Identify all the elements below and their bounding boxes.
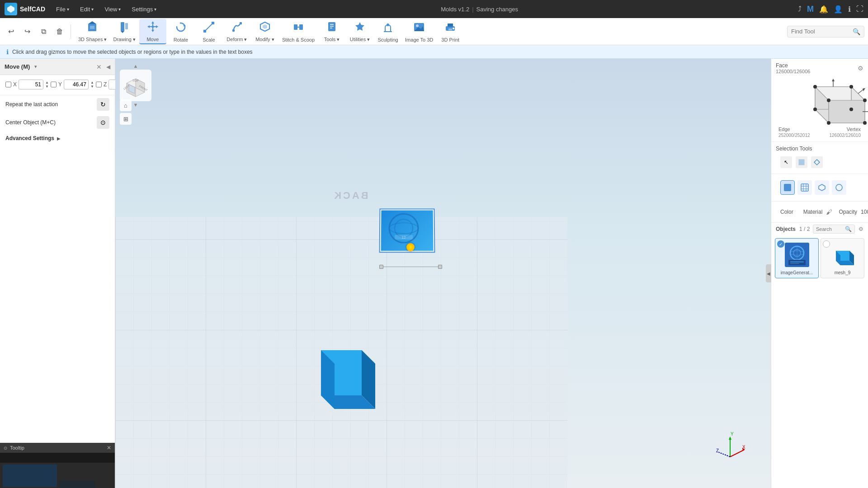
move-gizmo[interactable] [406,243,415,251]
undo-button[interactable]: ↩ [4,24,18,39]
gizmo-handle-right[interactable] [438,265,442,269]
svg-rect-25 [328,22,335,31]
right-panel-collapse-button[interactable]: ◀ [766,264,771,282]
find-tool-input[interactable] [791,28,850,35]
tool-stitchscoop[interactable]: Stitch & Scoop [279,19,317,44]
tool-rotate[interactable]: Rotate [167,19,194,44]
x-stepper[interactable]: ▲▼ [45,81,49,89]
nav-up-arrow[interactable]: ▲ [133,63,138,69]
viewport[interactable]: ▲ TOP LEFT FRONT [115,59,771,488]
tool-scale-label: Scale [203,37,215,42]
svg-rect-4 [121,22,124,31]
copy-button[interactable]: ⧉ [36,24,51,39]
opacity-label: Opacity [839,209,857,215]
menu-edit[interactable]: Edit ▾ [75,4,98,14]
menu-view[interactable]: View ▾ [100,4,125,14]
viewport-grid-button[interactable]: ⊞ [120,113,132,125]
object-mesh9[interactable]: ○ mesh_9 [821,238,864,278]
menu-bar: SelfCAD File ▾ Edit ▾ View ▾ Settings ▾ … [0,0,868,18]
center-object-label: Center Object (M+C) [5,119,56,126]
m-icon[interactable]: M [807,5,814,14]
tool-move[interactable]: Move [139,19,166,44]
svg-marker-12 [156,25,158,28]
y-stepper[interactable]: ▲▼ [90,81,94,89]
nav-down-arrow[interactable]: ▼ [133,102,138,108]
mode-section [771,174,868,202]
tool-utilities[interactable]: Utilities ▾ [346,19,373,44]
material-brush-icon[interactable]: 🖌 [826,208,832,216]
tool-imageto3d[interactable]: Image To 3D [402,19,436,44]
tool-drawing[interactable]: Drawing ▾ [110,19,138,44]
select-edge-button[interactable] [811,156,823,168]
redo-button[interactable]: ↪ [20,24,34,39]
mode-solid-button[interactable] [780,180,795,195]
object-mesh9-checkbox[interactable]: ○ [823,240,830,248]
blue-box-object[interactable] [307,337,375,411]
nav-cube[interactable]: TOP LEFT FRONT [120,70,151,101]
advanced-settings-row[interactable]: Advanced Settings ▶ [0,131,115,145]
panel-collapse-arrow[interactable]: ◀ [106,64,110,70]
y-input[interactable] [64,80,89,89]
svg-point-51 [389,223,418,234]
svg-text:Z: Z [716,448,719,453]
objects-gear-button[interactable]: ⚙ [859,226,863,232]
tool-deform[interactable]: Deform ▾ [223,19,250,44]
face-label: Face [776,62,810,69]
svg-line-61 [719,452,730,457]
svg-marker-0 [7,5,14,13]
tool-sculpting[interactable]: Sculpting [374,19,401,44]
delete-button[interactable]: 🗑 [52,24,67,39]
face-count: 126000/126006 [776,69,810,74]
scale-icon [203,21,215,36]
mode-circle-button[interactable] [832,180,846,195]
viewport-home-button[interactable]: ⌂ [120,99,132,111]
color-label: Color [780,209,793,215]
find-search-icon[interactable]: 🔍 [853,28,860,35]
info-icon[interactable]: ℹ [848,5,851,14]
material-label: Material [803,209,823,215]
y-label: Y [58,81,62,88]
select-arrow-button[interactable]: ↖ [780,156,792,168]
center-object-row: Center Object (M+C) ⊙ [0,113,115,131]
object-imagegenerat-checkbox[interactable]: ✓ [777,240,784,248]
panel-header: Move (M) ▾ ✕ ◀ [0,59,115,75]
menu-settings[interactable]: Settings ▾ [127,4,161,14]
panel-close-button[interactable]: ✕ [96,63,102,70]
svg-point-30 [387,23,389,26]
tool-scale[interactable]: Scale [195,19,222,44]
tool-3dshapes[interactable]: 3D Shapes ▾ [75,19,109,44]
center-object-button[interactable]: ⊙ [97,116,109,129]
y-coord-checkbox[interactable] [51,81,57,88]
info-bar: ℹ Click and drag gizmos to move the sele… [0,45,868,59]
document-title: Molds v1.2 [441,6,469,13]
3dprint-icon [444,21,457,36]
panel-dropdown-arrow[interactable]: ▾ [34,64,37,70]
notification-icon[interactable]: 🔔 [819,5,828,14]
repeat-action-label: Repeat the last action [5,101,58,108]
object-imagegenerat[interactable]: ✓ imageGenerat... [775,238,819,278]
fullscreen-icon[interactable]: ⛶ [856,5,863,13]
menu-file[interactable]: File ▾ [52,4,74,14]
x-coord-checkbox[interactable] [5,81,11,88]
tool-imageto3d-label: Image To 3D [405,37,433,42]
tool-modify[interactable]: Modify ▾ [251,19,278,44]
select-face-button[interactable] [796,156,807,168]
mode-box-button[interactable] [815,180,829,195]
face-gear-button[interactable]: ⚙ [858,65,863,72]
tool-tools[interactable]: Tools ▾ [318,19,345,44]
account-icon[interactable]: 👤 [834,5,843,14]
video-player-close-button[interactable]: ✕ [107,445,111,451]
tool-rotate-label: Rotate [174,37,188,42]
video-thumbnail[interactable]: Video Player [0,453,115,488]
tool-3dprint[interactable]: 3D Print [437,19,464,44]
share-icon[interactable]: ⤴ [798,5,802,13]
object-mesh9-name: mesh_9 [835,270,851,275]
tool-drawing-label: Drawing ▾ [113,37,135,42]
gizmo-handle-left[interactable] [379,265,383,269]
objects-search-input[interactable] [816,226,843,232]
objects-search-icon[interactable]: 🔍 [845,226,852,232]
mode-wireframe-button[interactable] [797,180,812,195]
repeat-action-button[interactable]: ↻ [97,98,109,111]
z-coord-checkbox[interactable] [96,81,102,88]
x-input[interactable] [19,80,43,89]
